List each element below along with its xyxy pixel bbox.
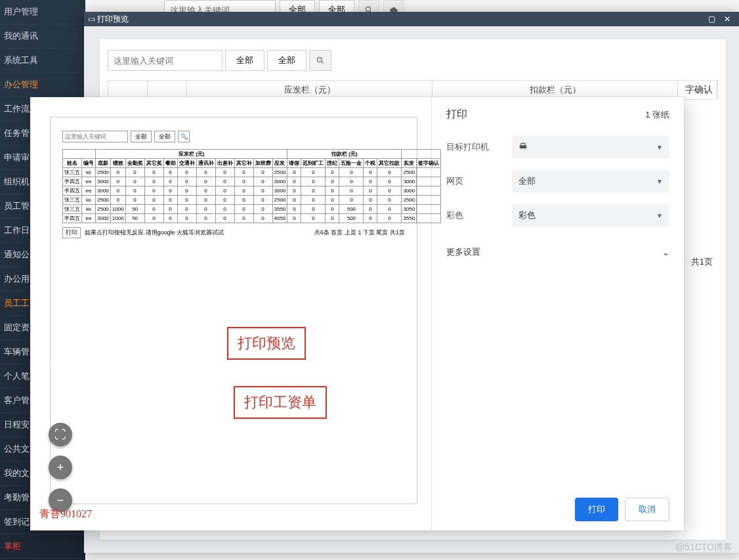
sidebar-item[interactable]: 工作流 [0,97,85,121]
sidebar-item[interactable]: 我的通讯 [0,24,85,49]
sidebar-item[interactable]: 签到记 [0,510,85,534]
search-icon: 🔍 [178,131,190,142]
preview-pane: 全部 全部 🔍 应发栏 (元)扣款栏 (元)姓名编号底薪绩效全勤奖其它奖餐助交通… [30,97,432,530]
modal-title: 打印预览 [97,14,129,25]
table-row: 李四五ee300000000000030000000003000 [63,186,441,196]
sidebar-item[interactable]: 日程安 [0,413,85,437]
sidebar-item[interactable]: 工作日 [0,219,85,243]
printer-icon [518,142,528,153]
annotation-preview: 打印预览 [227,327,306,360]
sidebar-item[interactable]: 通知公 [0,243,85,267]
pv-select-2: 全部 [154,131,175,142]
sidebar-item[interactable]: 员工工 [0,291,85,316]
chevron-down-icon: ⌄ [662,248,669,257]
svg-point-0 [366,7,370,11]
pages-value: 全部 [518,175,536,187]
search-icon[interactable] [309,50,331,71]
more-label: 更多设置 [446,246,480,258]
chevron-down-icon: ▼ [656,144,663,151]
table-row: 张三五kk250010005000000003550000500003050 [63,205,441,214]
print-title: 打印 [446,108,467,121]
sidebar-item[interactable]: 申请审 [0,146,85,170]
maximize-icon[interactable]: ▢ [704,14,719,24]
table-row: 张三五kk250000000000025000000002500 [63,196,441,205]
sidebar-item[interactable]: 办公管理 [0,73,85,97]
pv-print-hint: 如果点打印按钮无反应.请用google 火狐等浏览器试试 [85,228,224,237]
inner-select-1[interactable]: 全部 [225,50,264,71]
close-icon[interactable]: ✕ [719,14,735,24]
color-value: 彩色 [518,209,536,221]
table-row: 李四五ee300000000000030000000003000 [63,177,441,186]
window-icon: ▭ [88,14,95,24]
chevron-down-icon: ▼ [656,178,663,185]
salary-table: 应发栏 (元)扣款栏 (元)姓名编号底薪绩效全勤奖其它奖餐助交通补通讯补出差补其… [62,149,441,223]
inner-search-input[interactable] [108,50,222,71]
annotation-payslip: 打印工资单 [234,386,327,419]
sidebar-item[interactable]: 固定资 [0,316,85,340]
color-select[interactable]: 彩色 ▼ [512,204,669,226]
pages-select[interactable]: 全部 ▼ [512,170,669,192]
chevron-down-icon: ▼ [656,212,663,219]
sidebar: 用户管理我的通讯系统工具办公管理工作流任务管申请审组织机员工管工作日通知公办公用… [0,0,85,560]
modal-titlebar: ▭ 打印预览 ▢ ✕ [84,12,739,26]
sidebar-item[interactable]: 个人笔 [0,364,85,389]
preview-page: 全部 全部 🔍 应发栏 (元)扣款栏 (元)姓名编号底薪绩效全勤奖其它奖餐助交通… [50,117,417,504]
sidebar-item[interactable]: 我的文 [0,462,85,486]
dest-label: 目标打印机 [446,141,512,153]
inner-select-2[interactable]: 全部 [267,50,306,71]
table-row: 张三五kk250000000000025000000002500 [63,168,441,177]
more-settings[interactable]: 更多设置 ⌄ [446,246,669,258]
sidebar-item[interactable]: 组织机 [0,170,85,194]
sidebar-item[interactable]: 掌柜 [0,534,85,559]
print-button[interactable]: 打印 [575,498,618,521]
pv-select-1: 全部 [131,131,152,142]
cancel-button[interactable]: 取消 [625,498,669,521]
svg-line-3 [322,62,324,64]
svg-point-2 [317,57,322,62]
sidebar-item[interactable]: 员工管 [0,194,85,219]
print-dialog: 全部 全部 🔍 应发栏 (元)扣款栏 (元)姓名编号底薪绩效全勤奖其它奖餐助交通… [30,97,684,530]
sidebar-item[interactable]: 公共文 [0,437,85,462]
pv-pager: 共6条 首页 上页 1 下页 尾页 共1页 [314,228,405,237]
sidebar-item[interactable]: 车辆管 [0,340,85,364]
sidebar-item[interactable]: 用户管理 [0,0,85,24]
print-settings-pane: 打印 1 张纸 目标打印机 ▼ 网页 全部 ▼ 彩色 彩色 ▼ [432,97,684,530]
color-label: 彩色 [446,209,512,221]
pages-label: 网页 [446,175,512,187]
bg-pagecount: 共1页 [691,256,713,268]
sheets-count: 1 张纸 [645,109,669,121]
table-row: 李四五ee300010005000000004050000500003550 [63,214,441,223]
bg-confirm-label: 字确认 [685,84,713,96]
dest-select[interactable]: ▼ [512,136,669,158]
sidebar-item[interactable]: 系统工具 [0,49,85,73]
sidebar-item[interactable]: 办公用 [0,267,85,291]
sidebar-item[interactable]: 任务管 [0,121,85,146]
sidebar-item[interactable]: 客户管 [0,389,85,413]
global-watermark: @51CTO博客 [675,542,732,553]
sidebar-item[interactable]: 考勤管 [0,486,85,510]
